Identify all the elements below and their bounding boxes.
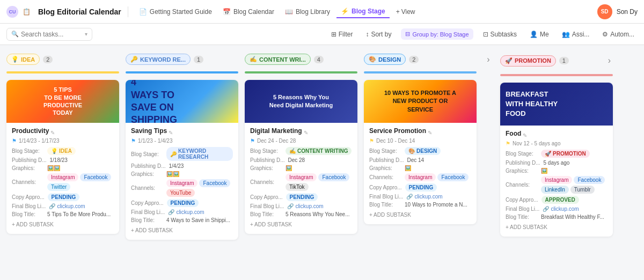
card-body-saving-tips: Saving Tips ✎ ⚑ 1/1/23 - 1/4/23 Blog Sta…: [126, 123, 238, 240]
col-badge-promotion: 🚀 PROMOTION: [500, 55, 556, 67]
page-title: Blog Editorial Calendar: [38, 8, 121, 16]
card-link-row-saving: Final Blog Li... 🔗 clickup.com: [131, 209, 233, 215]
col-badge-idea: 💡 IDEA: [6, 54, 40, 65]
card-graphics-row-digital: Graphics: 🖼️: [250, 165, 352, 171]
blog-link-saving[interactable]: 🔗 clickup.com: [168, 209, 204, 215]
channels-service: Instagram Facebook: [405, 173, 469, 181]
card-pub-row-food: Publishing D... 5 days ago: [506, 160, 608, 166]
date-flag-food: ⚑: [506, 141, 510, 146]
add-subtask-food[interactable]: + ADD SUBTASK: [506, 222, 608, 232]
blog-link-food[interactable]: 🔗 clickup.com: [543, 206, 579, 212]
card-food: BREAKFAST WITH HEALTHY FOOD Food ✎ ⚑ Nov…: [500, 83, 613, 237]
nav-right: SD Son Dy: [597, 4, 638, 19]
doc-icon: 📄: [139, 8, 147, 16]
tab-getting-started[interactable]: 📄 Getting Started Guide: [135, 6, 216, 18]
col-count-design: 2: [409, 56, 419, 63]
copy-status-food: APPROVED: [541, 196, 579, 204]
idea-icon-sm: 💡: [51, 148, 57, 154]
add-subtask-productivity[interactable]: + ADD SUBTASK: [12, 219, 114, 230]
content-icon-sm: ✍️: [289, 148, 296, 154]
promotion-icon-sm: 🚀: [545, 151, 551, 157]
channel-tumblr-f: Tumblr: [570, 186, 595, 194]
channel-instagram-s: Instagram: [166, 179, 197, 187]
plus-icon: +: [396, 8, 400, 16]
card-title-service: Service Promotion: [369, 127, 426, 135]
group-btn[interactable]: ⊟ Group by: Blog Stage: [401, 28, 473, 40]
col-count-idea: 2: [43, 56, 53, 63]
edit-icon-digital[interactable]: ✎: [304, 130, 308, 136]
search-box[interactable]: 🔍 ▾: [6, 28, 92, 41]
channel-facebook-s: Facebook: [199, 179, 230, 187]
graphics-icon-service: 🖼️: [405, 165, 411, 171]
board: 💡 IDEA 2 5 TIPS TO BE MORE PRODUCTIVE TO…: [0, 45, 644, 280]
card-blog-title-row-service: Blog Title: 10 Ways to Promote a N...: [369, 202, 471, 208]
add-subtask-saving[interactable]: + ADD SUBTASK: [131, 225, 233, 235]
library-icon: 📖: [285, 8, 293, 16]
me-btn[interactable]: 👤 Me: [526, 28, 552, 40]
right-arrow-btn[interactable]: ›: [485, 53, 492, 67]
column-header-design: 🎨 DESIGN 2: [364, 51, 477, 67]
channels-food: Instagram Facebook LinkedIn Tumblr: [541, 176, 608, 194]
subtasks-btn[interactable]: ⊡ Subtasks: [480, 28, 520, 40]
edit-icon-food[interactable]: ✎: [523, 132, 527, 138]
add-view-btn[interactable]: + View: [392, 6, 420, 18]
add-subtask-service[interactable]: + ADD SUBTASK: [369, 210, 471, 220]
card-title-row-digital: Digital Marketing ✎: [250, 127, 352, 138]
card-stage-row-productivity: Blog Stage: 💡 IDEA: [12, 147, 114, 155]
sort-icon: ↕: [365, 31, 369, 38]
card-saving-tips: 4 WAYS TO SAVE ON SHIPPING Saving Tips ✎…: [126, 80, 238, 240]
date-flag-icon: ⚑: [12, 138, 17, 144]
filter-btn[interactable]: ⊞ Filter: [328, 28, 356, 40]
tab-blog-stage[interactable]: ⚡ Blog Stage: [336, 5, 390, 18]
tab-blog-library[interactable]: 📖 Blog Library: [281, 6, 334, 18]
add-subtask-digital[interactable]: + ADD SUBTASK: [250, 219, 352, 230]
card-stage-row-digital: Blog Stage: ✍️ CONTENT WRITING: [250, 147, 352, 155]
blog-link-digital[interactable]: 🔗 clickup.com: [287, 203, 323, 209]
copy-status-saving: PENDING: [167, 199, 199, 207]
channel-tiktok-d: TikTok: [286, 183, 309, 191]
promotion-right-arrow[interactable]: ›: [606, 54, 613, 68]
promotion-badge-icon: 🚀: [505, 57, 513, 64]
col-accent-promotion: [500, 74, 613, 76]
channels-saving: Instagram Facebook YouTube: [166, 179, 233, 197]
column-promotion: 🚀 PROMOTION 1 › BREAKFAST WITH HEALTHY F…: [500, 51, 613, 274]
tab-blog-calendar[interactable]: 📅 Blog Calendar: [218, 6, 279, 18]
card-copy-row-saving: Copy Appro... PENDING: [131, 199, 233, 207]
card-graphics-row-saving: Graphics: 🖼️🖼️: [131, 171, 233, 177]
calendar-icon: 📅: [223, 8, 231, 16]
card-digital-marketing: 5 Reasons Why You Need Digital Marketing…: [245, 80, 357, 234]
autom-icon: ⚙: [602, 31, 608, 38]
search-icon: 🔍: [11, 31, 19, 38]
chevron-down-icon: ▾: [85, 31, 87, 37]
card-graphics-row-food: Graphics: 🖼️: [506, 168, 608, 174]
stage-badge-digital: ✍️ CONTENT WRITING: [286, 147, 352, 155]
card-pub-row-productivity: Publishing D... 1/18/23: [12, 157, 114, 163]
search-input[interactable]: [21, 31, 83, 38]
content-badge-icon: ✍️: [250, 56, 257, 63]
card-stage-row-food: Blog Stage: 🚀 PROMOTION: [506, 150, 608, 158]
col-arrow-between: ›: [483, 51, 494, 274]
me-icon: 👤: [530, 31, 538, 38]
col-badge-content: ✍️ CONTENT WRI...: [245, 54, 311, 65]
edit-icon-saving[interactable]: ✎: [169, 130, 173, 136]
edit-icon-service[interactable]: ✎: [428, 130, 432, 136]
card-copy-row-productivity: Copy Appro... PENDING: [12, 193, 114, 201]
toolbar-actions: ⊞ Filter ↕ Sort by ⊟ Group by: Blog Stag…: [328, 28, 638, 40]
card-pub-row-saving: Publishing D... 1/4/23: [131, 163, 233, 169]
card-link-row-food: Final Blog Li... 🔗 clickup.com: [506, 206, 608, 212]
autom-btn[interactable]: ⚙ Autom...: [599, 28, 638, 40]
channel-youtube-s: YouTube: [166, 189, 195, 197]
design-badge-icon: 🎨: [369, 56, 376, 63]
card-dates-food: ⚑ Nov 12 - 5 days ago: [506, 141, 608, 146]
sort-btn[interactable]: ↕ Sort by: [362, 28, 394, 40]
group-icon: ⊟: [405, 31, 410, 38]
card-pub-row-digital: Publishing D... Dec 28: [250, 157, 352, 163]
assign-btn[interactable]: 👥 Assi...: [559, 28, 593, 40]
edit-icon-productivity[interactable]: ✎: [50, 130, 55, 136]
card-title-food: Food: [506, 130, 521, 137]
blog-link-productivity[interactable]: 🔗 clickup.com: [49, 203, 85, 209]
blog-link-service[interactable]: 🔗 clickup.com: [406, 194, 442, 200]
column-keyword: 🔑 KEYWORD RE... 1 4 WAYS TO SAVE ON SHIP…: [126, 51, 238, 274]
copy-status-service: PENDING: [405, 183, 437, 191]
graphics-icon-productivity: 🖼️🖼️: [47, 165, 60, 171]
